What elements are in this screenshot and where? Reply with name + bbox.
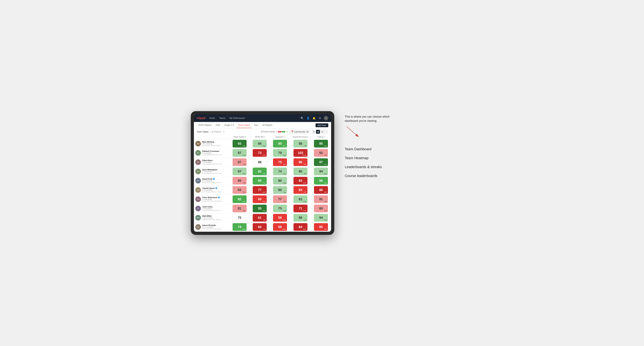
col-around-green[interactable]: Around the Green ▾	[290, 135, 311, 139]
last-rounds-button[interactable]: 📅 Last Rounds: 20	[290, 130, 310, 134]
player-cell[interactable]: AN Aaron Nicholls 11-15 Handicap Drift G…	[194, 223, 230, 231]
nav-link-teams[interactable]: Teams	[218, 116, 226, 120]
nav-link-home[interactable]: Home	[208, 116, 216, 120]
score-cell-player-quality[interactable]: 74 +8▲	[230, 222, 250, 232]
view-download-button[interactable]: ↓	[324, 130, 328, 134]
score-box: 85 -3▼	[294, 168, 308, 175]
score-cell-around-green[interactable]: 83 -10▼	[290, 176, 311, 185]
view-table-button[interactable]: ▦	[316, 130, 320, 134]
score-cell-around-green[interactable]: 83 -6▼	[290, 185, 311, 195]
score-cell-player-quality[interactable]: 83 -3▼	[230, 185, 250, 195]
score-cell-putting[interactable]: 94 +3▲	[311, 213, 331, 222]
score-cell-around-green[interactable]: 88 -1▼	[290, 139, 311, 148]
menu-item-team-heatmap[interactable]: Team Heatmap	[345, 154, 453, 163]
score-cell-putting[interactable]: 97 +5▲	[311, 158, 331, 167]
score-cell-approach[interactable]: 85 +8▲	[270, 139, 290, 148]
settings-icon[interactable]: ⚙	[318, 116, 322, 120]
score-change: +6▲	[262, 145, 266, 147]
nav-link-my-performance[interactable]: My Performance	[228, 116, 246, 120]
col-player-quality[interactable]: Player Quality ▾	[230, 135, 250, 139]
score-cell-approach[interactable]: 74 +1▲	[270, 167, 290, 176]
player-cell[interactable]: DB Dave Billingham 1-5 Handicap Gog Mago…	[194, 168, 230, 175]
score-cell-putting[interactable]: 96 +3▲	[311, 176, 331, 185]
player-cell[interactable]: CQ Charlie Quick✓ 6-10 Handicap St. Geor…	[194, 186, 230, 194]
score-cell-player-quality[interactable]: 82 +3▲	[230, 195, 250, 204]
tab-hcaps[interactable]: Hcaps 1-5	[222, 123, 236, 128]
score-cell-player-quality[interactable]: 93 +4▲	[230, 139, 250, 148]
player-cell[interactable]: MM Matt Miller 6-10 Handicap Woburn Golf…	[194, 214, 230, 222]
score-cell-putting[interactable]: 86 -8▼	[311, 185, 331, 195]
bell-icon[interactable]: 🔔	[312, 116, 316, 120]
table-row: DB Dave Billingham 1-5 Handicap Gog Mago…	[194, 167, 331, 176]
score-cell-approach[interactable]: 80 +1▲	[270, 185, 290, 195]
score-cell-putting[interactable]: 85 -4▼	[311, 222, 331, 232]
score-cell-around-green[interactable]: 81 +4▲	[290, 195, 311, 204]
score-cell-player-quality[interactable]: 75	[230, 213, 250, 222]
score-cell-off-the-tee[interactable]: 73 -11▼	[250, 148, 270, 158]
score-cell-player-quality[interactable]: 87 -3▼	[230, 158, 250, 167]
col-putting[interactable]: Putting ▾	[311, 135, 331, 139]
page-wrapper: clippd Home Teams My Performance 🔍 👤 🔔 ⚙…	[191, 111, 453, 235]
score-cell-approach[interactable]: 58 +4▲	[270, 213, 290, 222]
player-cell[interactable]: EC Edward Crossman 1-5 Handicap Sunningd…	[194, 149, 230, 157]
search-icon[interactable]: 🔍	[300, 116, 304, 120]
score-value: 85	[319, 225, 323, 229]
score-cell-off-the-tee[interactable]: 84 +6▲	[250, 139, 270, 148]
col-off-the-tee[interactable]: Off the Tee ▾	[250, 135, 270, 139]
score-box: 87 +1▲	[232, 149, 246, 157]
score-cell-off-the-tee[interactable]: 95 +8▲	[250, 204, 270, 213]
menu-item-course-leaderboards[interactable]: Course leaderboards	[345, 172, 453, 180]
tab-team-clippd[interactable]: Team Clippd	[236, 123, 252, 128]
score-cell-putting[interactable]: 95 +9▲	[311, 139, 331, 148]
col-approach[interactable]: Approach ▾	[270, 135, 290, 139]
tab-pgat-players[interactable]: PGAT Players	[197, 123, 213, 128]
menu-item-leaderboards[interactable]: Leaderboards & streaks	[345, 163, 453, 172]
score-cell-putting[interactable]: 89 -2▼	[311, 204, 331, 213]
score-cell-around-green[interactable]: 85 -3▼	[290, 167, 311, 176]
score-cell-approach[interactable]: 75 -3▼	[270, 158, 290, 167]
score-cell-off-the-tee[interactable]: 88	[250, 158, 270, 167]
score-box: 97 +5▲	[314, 158, 328, 166]
score-cell-approach[interactable]: 79 +9▲	[270, 148, 290, 158]
score-cell-player-quality[interactable]: 81 -3▼	[230, 204, 250, 213]
score-cell-approach[interactable]: 80 +3▲	[270, 176, 290, 185]
score-cell-off-the-tee[interactable]: 89 +7▲	[250, 176, 270, 185]
add-team-button[interactable]: Add Team	[316, 123, 328, 127]
score-cell-off-the-tee[interactable]: 77 -14▼	[250, 185, 270, 195]
score-cell-around-green[interactable]: 103 +15▲	[290, 148, 311, 158]
player-cell[interactable]: BM Blair McHarg Plus Handicap Royal Nort…	[194, 140, 230, 148]
score-cell-putting[interactable]: 94 +1▲	[311, 167, 331, 176]
app-logo[interactable]: clippd	[197, 117, 206, 120]
score-change: -21▼	[302, 228, 306, 230]
score-cell-player-quality[interactable]: 87 +1▲	[230, 148, 250, 158]
player-cell[interactable]: EE Elliot Ebert 1-5 Handicap Sunningdale…	[194, 158, 230, 166]
edit-icon[interactable]: ✏	[223, 131, 225, 133]
score-cell-approach[interactable]: 77 -3▼	[270, 195, 290, 204]
score-cell-approach[interactable]: 58 +10▲	[270, 222, 290, 232]
score-cell-off-the-tee[interactable]: 61 -3▼	[250, 213, 270, 222]
score-cell-around-green[interactable]: 88 -2▼	[290, 213, 311, 222]
view-heatmap-button[interactable]: ▤	[320, 130, 324, 134]
tab-tour[interactable]: Tour	[252, 123, 260, 128]
score-cell-around-green[interactable]: 86 -6▼	[290, 158, 311, 167]
player-cell[interactable]: JC Josh Coles 1-5 Handicap Royal North D…	[194, 205, 230, 212]
score-cell-approach[interactable]: 75 +2▲	[270, 204, 290, 213]
score-cell-player-quality[interactable]: 87 +4▲	[230, 167, 250, 176]
score-box: 91 -3▼	[314, 195, 328, 203]
menu-item-team-dashboard[interactable]: Team Dashboard	[345, 145, 453, 154]
view-grid-button[interactable]: ⊞	[312, 130, 316, 134]
score-cell-around-green[interactable]: 71 -11▼	[290, 204, 311, 213]
score-cell-off-the-tee[interactable]: 60 -1▼	[250, 222, 270, 232]
score-cell-off-the-tee[interactable]: 60 +2▲	[250, 195, 270, 204]
user-icon[interactable]: 👤	[306, 116, 310, 120]
avatar[interactable]: U	[324, 116, 328, 120]
score-cell-putting[interactable]: 92 -3▼	[311, 148, 331, 158]
tab-all-players[interactable]: All Players	[260, 123, 274, 128]
score-cell-putting[interactable]: 91 -3▼	[311, 195, 331, 204]
score-cell-player-quality[interactable]: 85 -3▼	[230, 176, 250, 185]
score-cell-off-the-tee[interactable]: 82 +4▲	[250, 167, 270, 176]
tab-pga[interactable]: PGA	[214, 123, 222, 128]
player-cell[interactable]: CR Chris Robertson✓ 1-5 Handicap Craigmi…	[194, 195, 230, 203]
player-cell[interactable]: DF David Ford✓ Plus Handicap Royal North…	[194, 177, 230, 184]
score-cell-around-green[interactable]: 84 -21▼	[290, 222, 311, 232]
